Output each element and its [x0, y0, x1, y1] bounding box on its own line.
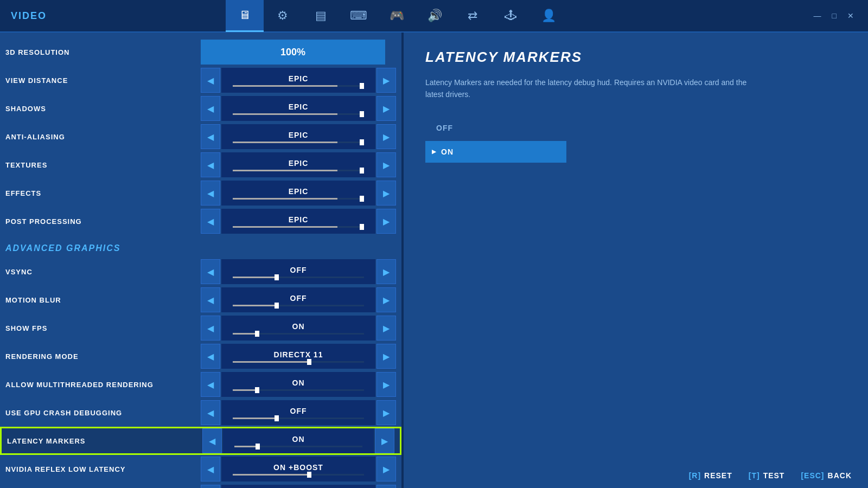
- reset-label: RESET: [704, 471, 732, 480]
- arrow-right-motion-blur[interactable]: ▶: [376, 287, 396, 312]
- control-motion-blur: ◀ OFF ▶: [201, 287, 396, 312]
- label-show-fps: SHOW FPS: [5, 324, 201, 332]
- label-shadows: SHADOWS: [5, 105, 201, 113]
- value-rendering-mode: DIRECTX 11: [221, 344, 375, 369]
- setting-row-motion-blur: MOTION BLUR ◀ OFF ▶: [0, 286, 401, 314]
- label-nvidia-reflex: NVIDIA REFLEX LOW LATENCY: [5, 465, 201, 473]
- setting-row-vsync: VSYNC ◀ OFF ▶: [0, 258, 401, 286]
- back-key: [ESC]: [801, 471, 824, 480]
- arrow-left-vsync[interactable]: ◀: [201, 259, 220, 284]
- value-view-distance: EPIC: [221, 68, 375, 93]
- arrow-right-vsync[interactable]: ▶: [376, 259, 396, 284]
- settings-panel: 3D RESOLUTION 100% VIEW DISTANCE ◀ EPIC …: [0, 33, 401, 488]
- label-vsync: VSYNC: [5, 268, 201, 276]
- control-view-distance: ◀ EPIC ▶: [201, 68, 396, 93]
- setting-row-shadows: SHADOWS ◀ EPIC ▶: [0, 94, 401, 123]
- arrow-left-view-distance[interactable]: ◀: [201, 68, 220, 93]
- arrow-left-motion-blur[interactable]: ◀: [201, 287, 220, 312]
- arrow-right-shadows[interactable]: ▶: [376, 96, 396, 121]
- setting-row-nvidia-reflex: NVIDIA REFLEX LOW LATENCY ◀ ON +BOOST ▶: [0, 455, 401, 483]
- label-3d-resolution: 3D RESOLUTION: [5, 48, 201, 56]
- control-nvidia-reflex: ◀ ON +BOOST ▶: [201, 457, 396, 481]
- tab-gamepad[interactable]: 🕹: [492, 0, 529, 32]
- label-latency-markers: LATENCY MARKERS: [7, 437, 202, 445]
- arrow-right-nvidia-reflex[interactable]: ▶: [376, 457, 396, 481]
- main-content: 3D RESOLUTION 100% VIEW DISTANCE ◀ EPIC …: [0, 33, 868, 488]
- arrow-right-multithreaded[interactable]: ▶: [376, 372, 396, 397]
- arrow-left-effects[interactable]: ◀: [201, 181, 220, 206]
- control-post-processing: ◀ EPIC ▶: [201, 209, 396, 234]
- control-latency-markers: ◀ ON ▶: [202, 428, 394, 453]
- tab-keyboard[interactable]: ⌨: [340, 0, 378, 32]
- arrow-right-view-distance[interactable]: ▶: [376, 68, 396, 93]
- control-gpu-crash: ◀ OFF ▶: [201, 400, 396, 425]
- tab-account[interactable]: 👤: [529, 0, 567, 32]
- arrow-left-textures[interactable]: ◀: [201, 152, 220, 177]
- arrow-left-latency-flash[interactable]: ◀: [201, 485, 220, 488]
- tab-video[interactable]: 🖥: [226, 0, 264, 32]
- arrow-left-show-fps[interactable]: ◀: [201, 316, 220, 341]
- arrow-right-show-fps[interactable]: ▶: [376, 316, 396, 341]
- value-shadows: EPIC: [221, 96, 375, 121]
- test-label: TEST: [763, 471, 785, 480]
- back-action[interactable]: [ESC] BACK: [801, 471, 852, 480]
- arrow-left-shadows[interactable]: ◀: [201, 96, 220, 121]
- tab-ui[interactable]: ▤: [302, 0, 340, 32]
- arrow-right-anti-aliasing[interactable]: ▶: [376, 124, 396, 149]
- maximize-button[interactable]: □: [829, 10, 840, 21]
- arrow-right-latency-markers[interactable]: ▶: [375, 428, 394, 453]
- tab-settings[interactable]: ⚙: [264, 0, 302, 32]
- arrow-right-effects[interactable]: ▶: [376, 181, 396, 206]
- setting-row-anti-aliasing: ANTI-ALIASING ◀ EPIC ▶: [0, 123, 401, 151]
- value-vsync: OFF: [221, 259, 375, 284]
- option-off-label: OFF: [436, 124, 453, 132]
- arrow-left-gpu-crash[interactable]: ◀: [201, 400, 220, 425]
- reset-action[interactable]: [R] RESET: [689, 471, 732, 480]
- option-off[interactable]: OFF: [425, 117, 566, 139]
- arrow-left-post-processing[interactable]: ◀: [201, 209, 220, 234]
- arrow-left-multithreaded[interactable]: ◀: [201, 372, 220, 397]
- nav-tabs: 🖥 ⚙ ▤ ⌨ 🎮 🔊 ⇄ 🕹 👤: [226, 0, 567, 32]
- label-post-processing: POST PROCESSING: [5, 217, 201, 226]
- control-3d-resolution: 100%: [201, 40, 396, 65]
- resolution-value: 100%: [201, 40, 385, 65]
- setting-row-3d-resolution: 3D RESOLUTION 100%: [0, 38, 401, 66]
- tab-audio[interactable]: 🔊: [416, 0, 454, 32]
- arrow-left-rendering-mode[interactable]: ◀: [201, 344, 220, 369]
- option-on[interactable]: ▶ ON: [425, 141, 566, 163]
- label-effects: EFFECTS: [5, 189, 201, 197]
- arrow-left-latency-markers[interactable]: ◀: [202, 428, 222, 453]
- setting-row-textures: TEXTURES ◀ EPIC ▶: [0, 151, 401, 179]
- control-shadows: ◀ EPIC ▶: [201, 96, 396, 121]
- value-nvidia-reflex: ON +BOOST: [221, 457, 375, 481]
- control-vsync: ◀ OFF ▶: [201, 259, 396, 284]
- value-gpu-crash: OFF: [221, 400, 375, 425]
- control-show-fps: ◀ ON ▶: [201, 316, 396, 341]
- option-on-arrow: ▶: [432, 149, 437, 155]
- test-key: [T]: [749, 471, 760, 480]
- test-action[interactable]: [T] TEST: [749, 471, 785, 480]
- arrow-right-rendering-mode[interactable]: ▶: [376, 344, 396, 369]
- option-on-label: ON: [441, 147, 454, 156]
- tab-accessibility[interactable]: ⇄: [454, 0, 492, 32]
- arrow-right-gpu-crash[interactable]: ▶: [376, 400, 396, 425]
- back-label: BACK: [828, 471, 852, 480]
- value-motion-blur: OFF: [221, 287, 375, 312]
- minimize-button[interactable]: —: [810, 10, 825, 21]
- arrow-left-nvidia-reflex[interactable]: ◀: [201, 457, 220, 481]
- bottom-bar: [R] RESET [T] TEST [ESC] BACK: [673, 463, 868, 488]
- setting-row-rendering-mode: RENDERING MODE ◀ DIRECTX 11 ▶: [0, 342, 401, 370]
- value-multithreaded: ON: [221, 372, 375, 397]
- arrow-right-post-processing[interactable]: ▶: [376, 209, 396, 234]
- control-textures: ◀ EPIC ▶: [201, 152, 396, 177]
- label-motion-blur: MOTION BLUR: [5, 296, 201, 304]
- arrow-right-textures[interactable]: ▶: [376, 152, 396, 177]
- control-latency-flash: ◀ ON ▶: [201, 485, 396, 488]
- setting-row-post-processing: POST PROCESSING ◀ EPIC ▶: [0, 207, 401, 235]
- setting-row-multithreaded: ALLOW MULTITHREADED RENDERING ◀ ON ▶: [0, 370, 401, 399]
- arrow-right-latency-flash[interactable]: ▶: [376, 485, 396, 488]
- arrow-left-anti-aliasing[interactable]: ◀: [201, 124, 220, 149]
- top-bar: VIDEO 🖥 ⚙ ▤ ⌨ 🎮 🔊 ⇄ 🕹 👤 — □ ✕: [0, 0, 868, 33]
- tab-controller[interactable]: 🎮: [378, 0, 416, 32]
- close-button[interactable]: ✕: [844, 10, 857, 21]
